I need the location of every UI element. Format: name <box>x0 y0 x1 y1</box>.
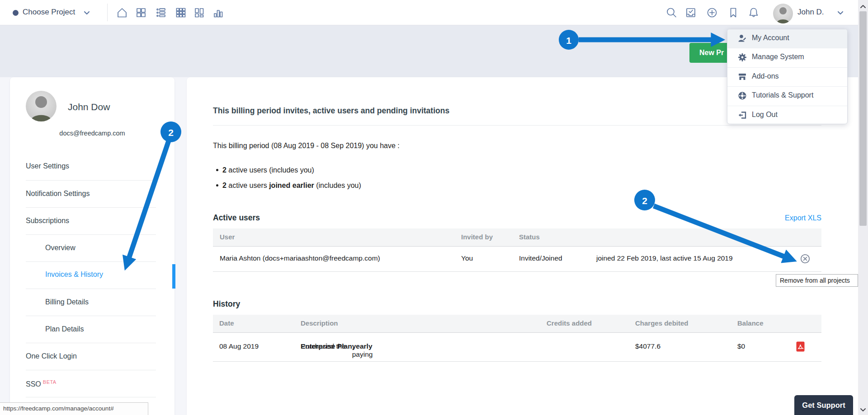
col-charges-debited: Charges debited <box>635 319 689 327</box>
bullet-joined-earlier: 2 active users joined earlier (includes … <box>213 182 361 190</box>
menu-item-log-out[interactable]: Log Out <box>727 106 847 125</box>
task-list-icon[interactable] <box>155 6 167 19</box>
add-new-icon[interactable] <box>706 6 718 19</box>
history-heading: History <box>213 299 240 309</box>
bullet-dot <box>216 184 218 187</box>
manage-system-icon <box>737 52 747 62</box>
col-credits-added: Credits added <box>547 319 592 327</box>
sidebar-item-one-click-login[interactable]: One Click Login <box>26 352 77 360</box>
sidebar-divider <box>26 316 156 316</box>
sidebar-item-invoices-history[interactable]: Invoices & History <box>45 270 103 279</box>
sidebar-item-plan-details[interactable]: Plan Details <box>45 325 84 333</box>
history-header: Date Description Credits added Charges d… <box>213 315 821 333</box>
cell-status: Invited/Joined <box>519 254 562 262</box>
menu-item-my-account[interactable]: My Account <box>727 29 847 48</box>
inbox-check-icon[interactable] <box>684 6 697 19</box>
export-xls-link[interactable]: Export XLS <box>785 214 821 222</box>
tutorials-support-icon <box>737 91 747 101</box>
heading-divider <box>213 125 821 126</box>
menu-item-tutorials-support[interactable]: Tutorials & Support <box>727 87 847 106</box>
user-menu: My Account Manage System Add-ons Tutoria… <box>727 29 848 124</box>
table-row: 08 Aug 2019 Purchased the Enterprise Pla… <box>213 332 821 362</box>
scrollbar-down-icon[interactable] <box>860 406 866 411</box>
topbar-divider <box>107 4 108 21</box>
home-icon[interactable] <box>116 6 128 19</box>
cell-date: 08 Aug 2019 <box>219 342 259 350</box>
col-status: Status <box>519 233 540 241</box>
profile-avatar <box>26 91 57 121</box>
pdf-invoice-icon[interactable] <box>796 341 805 352</box>
billing-content: This billing period invites, active user… <box>187 77 858 415</box>
sidebar-divider <box>26 289 156 289</box>
scrollbar-thumb[interactable] <box>859 11 867 226</box>
bookmark-icon[interactable] <box>727 6 740 19</box>
sidebar-item-notification-settings[interactable]: Notification Settings <box>26 190 90 198</box>
cell-balance: $0 <box>737 342 745 350</box>
sidebar-item-user-settings[interactable]: User Settings <box>26 162 69 170</box>
profile-email: docs@freedcamp.com <box>10 130 175 137</box>
user-avatar[interactable] <box>773 4 793 23</box>
search-icon[interactable] <box>665 6 678 19</box>
sidebar-divider <box>26 180 156 181</box>
sidebar-item-subscriptions[interactable]: Subscriptions <box>26 217 69 225</box>
cell-activity: joined 22 Feb 2019, last active 15 Aug 2… <box>596 254 733 262</box>
bar-chart-icon[interactable] <box>212 6 225 19</box>
col-description: Description <box>301 319 338 327</box>
billing-period-line: This billing period (08 Aug 2019 - 08 Se… <box>213 142 400 150</box>
add-ons-icon <box>737 72 747 82</box>
page: Choose Project John D. <box>0 0 868 415</box>
active-item-indicator <box>172 264 175 289</box>
log-out-icon <box>737 110 747 120</box>
dashboard-grid-icon[interactable] <box>135 6 147 19</box>
sidebar-divider <box>26 397 156 397</box>
sidebar-item-sso[interactable]: SSOBETA <box>26 379 57 388</box>
active-users-header: User Invited by Status <box>213 228 821 247</box>
cell-invited-by: You <box>461 254 473 262</box>
col-invited-by: Invited by <box>461 233 493 241</box>
apps-grid-icon[interactable] <box>175 6 187 19</box>
sidebar-divider <box>26 343 156 343</box>
menu-item-manage-system[interactable]: Manage System <box>727 48 847 67</box>
col-date: Date <box>219 319 234 327</box>
status-bar-url: https://freedcamp.com/manage/account# <box>0 402 148 415</box>
cell-description: Purchased the Enterprise Plan, paying ye… <box>301 342 373 350</box>
scrollbar-up-icon[interactable] <box>860 3 866 9</box>
user-name[interactable]: John D. <box>797 8 824 17</box>
active-users-heading: Active users <box>213 213 260 223</box>
menu-item-add-ons[interactable]: Add-ons <box>727 68 847 87</box>
active-users-table: User Invited by Status Maria Ashton (doc… <box>213 228 821 271</box>
beta-badge: BETA <box>43 379 57 385</box>
my-account-icon <box>737 33 747 43</box>
project-color-dot <box>13 10 19 16</box>
remove-tooltip: Remove from all projects <box>776 274 858 287</box>
bullet-active-users: 2 active users (includes you) <box>213 166 314 174</box>
sidebar-item-overview[interactable]: Overview <box>45 244 75 252</box>
cell-charges: $4077.6 <box>635 342 660 350</box>
sidebar-item-billing-details[interactable]: Billing Details <box>45 298 89 306</box>
profile-name: John Dow <box>68 102 110 112</box>
history-table: Date Description Credits added Charges d… <box>213 315 821 361</box>
sidebar-divider <box>26 207 156 208</box>
col-balance: Balance <box>737 319 764 327</box>
sidebar-divider <box>26 261 156 262</box>
project-selector[interactable]: Choose Project <box>23 8 75 17</box>
page-scrollbar[interactable] <box>858 0 868 415</box>
page-title: This billing period invites, active user… <box>213 106 449 116</box>
sidebar-divider <box>26 370 156 370</box>
notifications-icon[interactable] <box>747 6 760 19</box>
top-bar: Choose Project John D. <box>0 0 868 25</box>
account-sidebar: John Dow docs@freedcamp.com User Setting… <box>10 77 175 415</box>
remove-user-icon[interactable] <box>800 254 810 264</box>
get-support-button[interactable]: Get Support <box>794 395 853 415</box>
chevron-down-icon[interactable] <box>84 11 90 15</box>
bullet-dot <box>216 169 218 171</box>
widgets-icon[interactable] <box>193 6 206 19</box>
user-chevron-down-icon[interactable] <box>837 11 844 15</box>
cell-user: Maria Ashton (docs+mariaashton@freedcamp… <box>220 254 380 262</box>
sidebar-divider <box>26 234 156 235</box>
table-row: Maria Ashton (docs+mariaashton@freedcamp… <box>213 246 821 272</box>
col-user: User <box>220 233 235 241</box>
